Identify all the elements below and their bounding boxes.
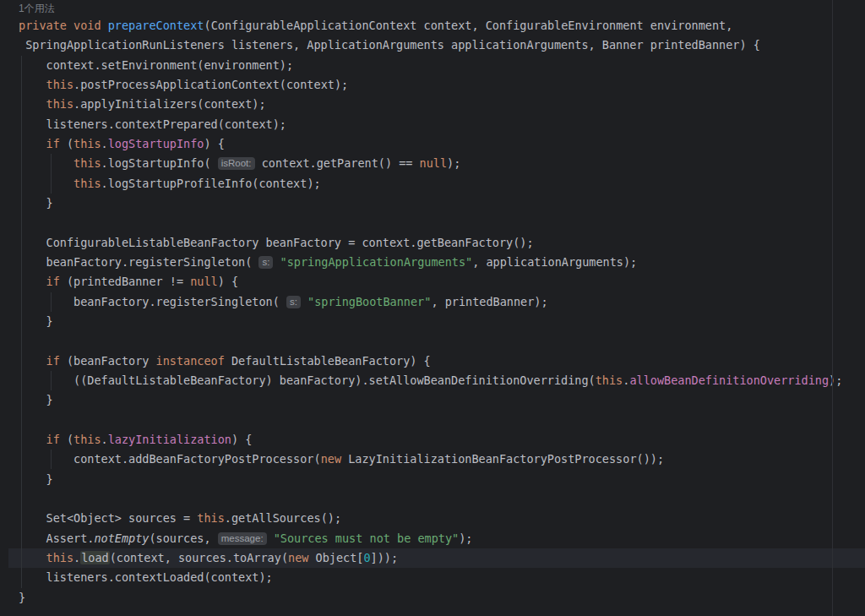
code-line[interactable]: if (beanFactory instanceof DefaultListab… <box>0 352 865 371</box>
code-token: ConfigurableListableBeanFactory beanFact… <box>19 236 534 249</box>
indent-guide <box>51 292 52 312</box>
code-token: } <box>19 591 25 604</box>
code-line[interactable]: } <box>0 194 865 213</box>
code-token <box>19 275 46 288</box>
code-token <box>19 354 46 368</box>
code-token: if <box>46 137 60 150</box>
code-token: logStartupInfo <box>108 137 204 150</box>
code-token: this <box>596 373 623 387</box>
code-line[interactable]: listeners.contextLoaded(context); <box>0 568 865 587</box>
code-token: instanceof <box>156 354 225 368</box>
code-token: (context, sources.toArray( <box>110 551 288 564</box>
code-token: ( <box>60 433 73 446</box>
code-token: ])); <box>371 551 399 564</box>
code-token: void <box>73 19 101 32</box>
code-token: new <box>321 452 341 466</box>
code-line[interactable]: if (printedBanner != null) { <box>0 272 865 292</box>
code-token: LazyInitializationBeanFactoryPostProcess… <box>341 452 664 466</box>
code-token: .postProcessApplicationContext(context); <box>73 78 348 91</box>
code-token: 0 <box>363 551 370 564</box>
code-line[interactable]: private void prepareContext(Configurable… <box>0 16 865 35</box>
code-token <box>19 551 46 564</box>
code-token: listeners.contextLoaded(context); <box>19 570 273 584</box>
code-line[interactable] <box>0 213 865 232</box>
code-token <box>19 78 46 91</box>
code-token: ) { <box>204 137 225 150</box>
code-line[interactable]: } <box>0 470 865 489</box>
code-token: . <box>73 551 80 564</box>
code-token: context.getParent() == <box>255 156 420 170</box>
code-token <box>101 19 108 32</box>
code-token: .applyInitializers(context); <box>73 97 266 111</box>
code-line[interactable]: this.logStartupInfo( isRoot: context.get… <box>0 154 865 173</box>
code-token: if <box>46 275 60 288</box>
code-token: new <box>288 551 308 564</box>
code-token: . <box>101 137 108 150</box>
code-line[interactable]: if (this.lazyInitialization) { <box>0 430 865 450</box>
code-token: , applicationArguments); <box>472 255 637 269</box>
code-editor[interactable]: 1个用法 private void prepareContext(Configu… <box>0 0 865 616</box>
code-line[interactable]: SpringApplicationRunListeners listeners,… <box>0 35 865 55</box>
code-token: Assert. <box>19 532 94 545</box>
code-line[interactable]: beanFactory.registerSingleton( s: "sprin… <box>0 292 865 312</box>
code-token: ) { <box>218 275 238 288</box>
code-token: ( <box>60 137 73 150</box>
code-token: .logStartupInfo( <box>101 156 218 170</box>
code-token: "Sources must not be empty" <box>274 532 459 545</box>
code-line[interactable]: Assert.notEmpty(sources, message: "Sourc… <box>0 529 865 548</box>
code-token: ) { <box>231 433 252 446</box>
code-token: allowBeanDefinitionOverriding <box>629 373 829 387</box>
code-line[interactable]: ((DefaultListableBeanFactory) beanFactor… <box>0 371 865 390</box>
code-line[interactable]: Set<Object> sources = this.getAllSources… <box>0 509 865 528</box>
code-line[interactable]: } <box>0 588 865 608</box>
code-token: beanFactory.registerSingleton( <box>19 295 286 308</box>
code-line[interactable]: this.postProcessApplicationContext(conte… <box>0 75 865 95</box>
code-token: if <box>46 433 60 446</box>
code-line[interactable]: this.applyInitializers(context); <box>0 95 865 114</box>
code-token: prepareContext <box>108 19 204 32</box>
code-token <box>19 156 73 170</box>
code-line[interactable]: this.logStartupProfileInfo(context); <box>0 174 865 194</box>
code-line[interactable]: context.setEnvironment(environment); <box>0 56 865 75</box>
code-token <box>273 255 280 269</box>
code-token: . <box>101 433 108 446</box>
code-line[interactable]: } <box>0 390 865 410</box>
indent-guide <box>21 56 22 588</box>
usage-count-hint[interactable]: 1个用法 <box>19 2 55 16</box>
code-token: (ConfigurableApplicationContext context,… <box>204 19 733 32</box>
code-token: this <box>73 156 101 170</box>
code-token <box>19 177 73 190</box>
code-token: context.addBeanFactoryPostProcessor( <box>19 452 321 466</box>
code-token: , printedBanner); <box>431 295 547 308</box>
code-line[interactable]: listeners.contextPrepared(context); <box>0 115 865 134</box>
code-token: null <box>420 156 448 170</box>
inlay-hint: message: <box>218 532 267 545</box>
code-token <box>67 19 73 32</box>
code-token: Object[ <box>308 551 363 564</box>
code-line[interactable]: if (this.logStartupInfo) { <box>0 134 865 154</box>
code-token: (printedBanner != <box>60 275 190 288</box>
code-token: ); <box>829 373 842 387</box>
code-token: listeners.contextPrepared(context); <box>19 117 286 131</box>
code-token: this <box>46 551 74 564</box>
indent-guide <box>51 450 52 469</box>
code-token: ); <box>447 156 460 170</box>
wrap-guide-line <box>832 0 833 616</box>
code-token: ); <box>459 532 472 545</box>
code-line[interactable]: beanFactory.registerSingleton( s: "sprin… <box>0 253 865 272</box>
code-token <box>19 433 46 446</box>
code-token: SpringApplicationRunListeners listeners,… <box>19 38 760 52</box>
code-line[interactable]: context.addBeanFactoryPostProcessor(new … <box>0 450 865 469</box>
code-line[interactable]: ConfigurableListableBeanFactory beanFact… <box>0 233 865 253</box>
code-line[interactable]: this.load(context, sources.toArray(new O… <box>0 548 865 568</box>
code-token: context.setEnvironment(environment); <box>19 58 293 72</box>
code-token: this <box>46 97 74 111</box>
code-line[interactable]: } <box>0 312 865 331</box>
code-token: this <box>73 177 101 190</box>
code-line[interactable] <box>0 411 865 430</box>
code-token <box>301 295 307 308</box>
code-line[interactable] <box>0 489 865 509</box>
inlay-hint: s: <box>258 256 273 269</box>
code-lines: private void prepareContext(Configurable… <box>0 16 865 608</box>
code-line[interactable] <box>0 331 865 351</box>
